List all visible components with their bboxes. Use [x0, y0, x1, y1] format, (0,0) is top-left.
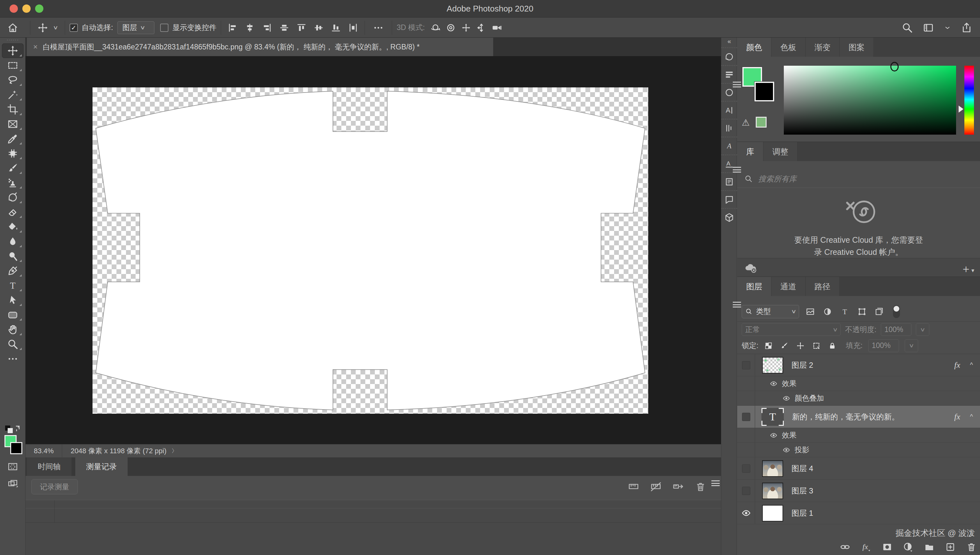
libraries-search-input[interactable] — [758, 175, 973, 183]
text-layer-thumbnail[interactable]: T — [762, 408, 784, 426]
layer-fx-badge[interactable]: fx — [954, 361, 960, 370]
layer-filter-toggle[interactable] — [893, 305, 900, 318]
document-tab[interactable]: × 白模屋顶平面图__3431ea6e2747a8b2831af14865f9b… — [27, 38, 493, 56]
export-measurements-icon[interactable] — [672, 481, 684, 492]
eyedropper-tool[interactable] — [2, 132, 24, 146]
hue-slider-pointer[interactable] — [959, 106, 963, 112]
effect-visibility-eye-icon[interactable] — [770, 432, 778, 439]
current-tool-icon[interactable] — [35, 22, 51, 33]
tool-preset-chevron-icon[interactable]: ∨ — [51, 24, 60, 31]
bottom-tab-timeline[interactable]: 时间轴 — [27, 457, 71, 476]
layers-tab[interactable]: 图层 — [737, 277, 771, 296]
filter-adjustment-icon[interactable] — [823, 307, 832, 316]
rectangular-marquee-tool[interactable] — [2, 58, 24, 73]
screen-mode-button[interactable] — [3, 477, 22, 490]
add-library-icon[interactable]: ＋▾ — [961, 261, 974, 276]
layer-visibility-checkbox[interactable] — [737, 457, 755, 480]
zoom-tool[interactable] — [2, 337, 24, 351]
toolbar-grip[interactable] — [7, 40, 18, 43]
document-canvas[interactable] — [93, 87, 648, 414]
path-select-tool[interactable] — [2, 293, 24, 308]
opacity-dropdown-icon[interactable]: ∨ — [916, 323, 929, 336]
layer-effect-row[interactable]: 颜色叠加 — [737, 391, 980, 406]
pen-tool[interactable] — [2, 263, 24, 278]
color-tab[interactable]: 颜色 — [737, 38, 771, 57]
status-chevron-icon[interactable]: 〉 — [171, 447, 179, 454]
collapse-effects-icon[interactable]: ^ — [970, 413, 973, 420]
layer-thumbnail[interactable] — [762, 460, 783, 477]
paragraph-panel-icon[interactable] — [721, 119, 737, 136]
lock-position-icon[interactable] — [796, 341, 805, 350]
frame-tool[interactable] — [2, 117, 24, 132]
layer-row[interactable]: 图层 1 — [737, 502, 980, 525]
libraries-tab[interactable]: 库 — [737, 142, 763, 161]
layer-thumbnail[interactable] — [762, 505, 783, 521]
layer-name[interactable]: 图层 1 — [791, 508, 813, 518]
distribute-icon[interactable] — [346, 22, 360, 33]
measurement-log-table[interactable] — [26, 500, 721, 555]
slide-3d-icon[interactable] — [476, 22, 487, 33]
align-right-icon[interactable] — [260, 22, 274, 33]
record-measurements-button[interactable]: 记录测量 — [31, 479, 78, 494]
more-tools-tool[interactable] — [2, 351, 24, 366]
paragraph-styles-panel-icon[interactable] — [721, 172, 737, 190]
history-brush-tool[interactable] — [2, 190, 24, 205]
more-options-icon[interactable] — [369, 22, 387, 33]
drag-3d-icon[interactable] — [461, 22, 472, 33]
color-tab[interactable]: 色板 — [771, 38, 805, 57]
search-icon[interactable] — [901, 22, 913, 34]
chevron-down-icon[interactable] — [944, 24, 951, 32]
filter-shape-icon[interactable] — [857, 307, 867, 316]
lasso-tool[interactable] — [2, 73, 24, 87]
layer-styles-icon[interactable]: fx — [861, 542, 871, 552]
gamut-warning-swatch[interactable] — [756, 117, 767, 128]
crop-tool[interactable] — [2, 102, 24, 117]
filter-smart-icon[interactable] — [874, 307, 884, 316]
layer-visibility-checkbox[interactable] — [737, 354, 755, 376]
blur-tool[interactable] — [2, 234, 24, 249]
opacity-field[interactable]: 100% — [881, 323, 911, 336]
effect-visibility-eye-icon[interactable] — [783, 446, 790, 454]
clone-stamp-tool[interactable] — [2, 175, 24, 190]
libraries-tab[interactable]: 调整 — [763, 142, 797, 161]
gamut-warning-icon[interactable]: ⚠ — [742, 117, 750, 128]
lock-all-icon[interactable] — [828, 341, 837, 350]
close-document-icon[interactable]: × — [33, 42, 38, 51]
magic-wand-tool[interactable] — [2, 87, 24, 102]
auto-select-dropdown[interactable]: 图层 ∨ — [117, 21, 154, 34]
blend-mode-dropdown[interactable]: 正常 ∨ — [742, 323, 840, 336]
layer-name[interactable]: 图层 4 — [791, 464, 813, 474]
layers-tab[interactable]: 通道 — [771, 277, 805, 296]
glyphs-panel-icon[interactable]: A — [721, 136, 737, 154]
lock-artboard-icon[interactable] — [812, 341, 821, 350]
filter-pixel-icon[interactable] — [805, 307, 815, 316]
color-tab[interactable]: 图案 — [840, 38, 874, 57]
layer-row[interactable]: T新的，纯新的，毫无争议的新。fx^ — [737, 406, 980, 428]
notes-panel-icon[interactable] — [721, 190, 737, 208]
layer-effect-row[interactable]: 投影 — [737, 443, 980, 457]
layer-effect-row[interactable]: 效果 — [737, 376, 980, 391]
paint-bucket-tool[interactable] — [2, 220, 24, 234]
collapse-effects-icon[interactable]: ^ — [970, 361, 973, 369]
hand-tool[interactable] — [2, 322, 24, 337]
move-tool[interactable] — [2, 43, 24, 58]
layer-mask-icon[interactable] — [882, 542, 893, 552]
home-icon[interactable] — [0, 22, 26, 34]
align-center-h-icon[interactable] — [243, 22, 257, 33]
layer-row[interactable]: 图层 4 — [737, 457, 980, 480]
align-middle-icon[interactable] — [312, 22, 326, 33]
show-transform-checkbox[interactable] — [160, 24, 168, 32]
delete-layer-icon[interactable] — [966, 542, 977, 552]
align-bottom-icon[interactable] — [329, 22, 343, 33]
properties-panel-icon[interactable] — [721, 65, 737, 83]
align-top-icon[interactable] — [294, 22, 308, 33]
auto-select-checkbox[interactable]: ✓ — [69, 24, 78, 32]
adjustment-layer-icon[interactable] — [903, 542, 914, 552]
color-cursor[interactable] — [890, 62, 899, 71]
layer-name[interactable]: 图层 3 — [791, 486, 813, 496]
lock-transparent-icon[interactable] — [764, 341, 773, 350]
link-layers-icon[interactable] — [840, 542, 850, 552]
new-group-icon[interactable] — [924, 542, 935, 552]
brush-tool[interactable] — [2, 161, 24, 175]
filter-type-icon[interactable]: T — [840, 307, 850, 316]
